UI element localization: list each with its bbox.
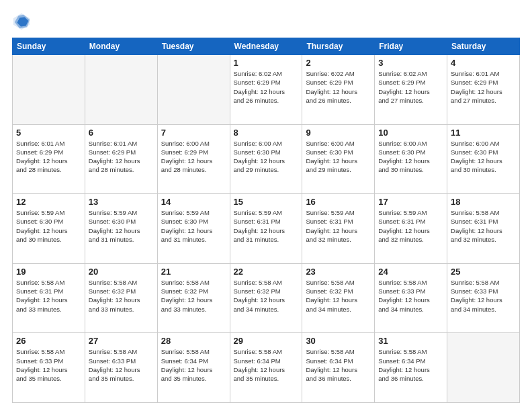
day-header-tuesday: Tuesday	[157, 38, 230, 55]
calendar-table: SundayMondayTuesdayWednesdayThursdayFrid…	[12, 38, 520, 403]
day-info: Sunrise: 6:00 AM Sunset: 6:30 PM Dayligh…	[306, 139, 371, 175]
day-info: Sunrise: 5:58 AM Sunset: 6:33 PM Dayligh…	[378, 278, 443, 314]
day-info: Sunrise: 5:58 AM Sunset: 6:33 PM Dayligh…	[89, 347, 154, 383]
day-cell	[157, 55, 230, 125]
day-header-friday: Friday	[375, 38, 447, 55]
day-cell	[85, 55, 157, 125]
day-number: 10	[378, 128, 443, 138]
logo-icon	[12, 12, 31, 31]
day-cell: 20Sunrise: 5:58 AM Sunset: 6:32 PM Dayli…	[85, 263, 157, 333]
day-cell	[447, 333, 520, 403]
day-cell: 24Sunrise: 5:58 AM Sunset: 6:33 PM Dayli…	[375, 263, 447, 333]
day-cell: 19Sunrise: 5:58 AM Sunset: 6:31 PM Dayli…	[13, 263, 85, 333]
day-cell: 2Sunrise: 6:02 AM Sunset: 6:29 PM Daylig…	[302, 55, 375, 125]
day-number: 21	[161, 267, 226, 277]
day-cell: 11Sunrise: 6:00 AM Sunset: 6:30 PM Dayli…	[447, 124, 520, 194]
day-number: 26	[16, 336, 81, 346]
day-info: Sunrise: 6:00 AM Sunset: 6:30 PM Dayligh…	[378, 139, 443, 175]
day-number: 2	[306, 58, 371, 68]
day-info: Sunrise: 6:02 AM Sunset: 6:29 PM Dayligh…	[378, 69, 443, 105]
day-number: 6	[89, 128, 154, 138]
day-cell: 15Sunrise: 5:59 AM Sunset: 6:31 PM Dayli…	[230, 194, 302, 264]
week-row-1: 1Sunrise: 6:02 AM Sunset: 6:29 PM Daylig…	[13, 55, 520, 125]
day-cell: 26Sunrise: 5:58 AM Sunset: 6:33 PM Dayli…	[13, 333, 85, 403]
day-cell: 16Sunrise: 5:59 AM Sunset: 6:31 PM Dayli…	[302, 194, 375, 264]
day-number: 25	[451, 267, 516, 277]
day-cell: 18Sunrise: 5:58 AM Sunset: 6:31 PM Dayli…	[447, 194, 520, 264]
day-cell: 12Sunrise: 5:59 AM Sunset: 6:30 PM Dayli…	[13, 194, 85, 264]
day-number: 28	[161, 336, 226, 346]
day-info: Sunrise: 6:01 AM Sunset: 6:29 PM Dayligh…	[16, 139, 81, 175]
day-info: Sunrise: 5:59 AM Sunset: 6:31 PM Dayligh…	[234, 208, 299, 244]
day-number: 30	[306, 336, 371, 346]
calendar-body: 1Sunrise: 6:02 AM Sunset: 6:29 PM Daylig…	[13, 55, 520, 403]
day-cell: 10Sunrise: 6:00 AM Sunset: 6:30 PM Dayli…	[375, 124, 447, 194]
day-info: Sunrise: 6:02 AM Sunset: 6:29 PM Dayligh…	[306, 69, 371, 105]
day-info: Sunrise: 6:02 AM Sunset: 6:29 PM Dayligh…	[234, 69, 299, 105]
day-number: 20	[89, 267, 154, 277]
day-info: Sunrise: 5:58 AM Sunset: 6:32 PM Dayligh…	[234, 278, 299, 314]
day-cell: 14Sunrise: 5:59 AM Sunset: 6:30 PM Dayli…	[157, 194, 230, 264]
day-info: Sunrise: 5:58 AM Sunset: 6:31 PM Dayligh…	[16, 278, 81, 314]
day-cell: 9Sunrise: 6:00 AM Sunset: 6:30 PM Daylig…	[302, 124, 375, 194]
day-info: Sunrise: 6:00 AM Sunset: 6:30 PM Dayligh…	[451, 139, 516, 175]
day-number: 11	[451, 128, 516, 138]
day-number: 9	[306, 128, 371, 138]
day-info: Sunrise: 5:58 AM Sunset: 6:33 PM Dayligh…	[451, 278, 516, 314]
day-header-saturday: Saturday	[447, 38, 520, 55]
day-number: 22	[234, 267, 299, 277]
day-cell: 27Sunrise: 5:58 AM Sunset: 6:33 PM Dayli…	[85, 333, 157, 403]
day-number: 1	[234, 58, 299, 68]
day-info: Sunrise: 5:58 AM Sunset: 6:31 PM Dayligh…	[451, 208, 516, 244]
day-cell: 28Sunrise: 5:58 AM Sunset: 6:34 PM Dayli…	[157, 333, 230, 403]
day-cell: 22Sunrise: 5:58 AM Sunset: 6:32 PM Dayli…	[230, 263, 302, 333]
day-info: Sunrise: 6:01 AM Sunset: 6:29 PM Dayligh…	[451, 69, 516, 105]
day-cell: 3Sunrise: 6:02 AM Sunset: 6:29 PM Daylig…	[375, 55, 447, 125]
day-cell: 23Sunrise: 5:58 AM Sunset: 6:32 PM Dayli…	[302, 263, 375, 333]
day-number: 24	[378, 267, 443, 277]
day-cell	[13, 55, 85, 125]
day-info: Sunrise: 5:58 AM Sunset: 6:34 PM Dayligh…	[306, 347, 371, 383]
day-cell: 21Sunrise: 5:58 AM Sunset: 6:32 PM Dayli…	[157, 263, 230, 333]
day-header-row: SundayMondayTuesdayWednesdayThursdayFrid…	[13, 38, 520, 55]
day-number: 16	[306, 197, 371, 207]
day-info: Sunrise: 5:59 AM Sunset: 6:31 PM Dayligh…	[378, 208, 443, 244]
day-number: 19	[16, 267, 81, 277]
day-number: 7	[161, 128, 226, 138]
logo	[12, 12, 34, 31]
day-cell: 4Sunrise: 6:01 AM Sunset: 6:29 PM Daylig…	[447, 55, 520, 125]
day-number: 3	[378, 58, 443, 68]
day-info: Sunrise: 6:01 AM Sunset: 6:29 PM Dayligh…	[89, 139, 154, 175]
day-number: 18	[451, 197, 516, 207]
day-cell: 8Sunrise: 6:00 AM Sunset: 6:30 PM Daylig…	[230, 124, 302, 194]
day-info: Sunrise: 5:59 AM Sunset: 6:30 PM Dayligh…	[89, 208, 154, 244]
day-cell: 13Sunrise: 5:59 AM Sunset: 6:30 PM Dayli…	[85, 194, 157, 264]
header	[12, 12, 520, 31]
day-info: Sunrise: 6:00 AM Sunset: 6:30 PM Dayligh…	[234, 139, 299, 175]
week-row-3: 12Sunrise: 5:59 AM Sunset: 6:30 PM Dayli…	[13, 194, 520, 264]
day-header-wednesday: Wednesday	[230, 38, 302, 55]
day-number: 17	[378, 197, 443, 207]
day-info: Sunrise: 6:00 AM Sunset: 6:29 PM Dayligh…	[161, 139, 226, 175]
day-info: Sunrise: 5:58 AM Sunset: 6:32 PM Dayligh…	[161, 278, 226, 314]
day-info: Sunrise: 5:58 AM Sunset: 6:32 PM Dayligh…	[89, 278, 154, 314]
day-number: 27	[89, 336, 154, 346]
day-number: 29	[234, 336, 299, 346]
day-number: 14	[161, 197, 226, 207]
day-cell: 29Sunrise: 5:58 AM Sunset: 6:34 PM Dayli…	[230, 333, 302, 403]
day-header-monday: Monday	[85, 38, 157, 55]
day-cell: 25Sunrise: 5:58 AM Sunset: 6:33 PM Dayli…	[447, 263, 520, 333]
day-info: Sunrise: 5:58 AM Sunset: 6:34 PM Dayligh…	[161, 347, 226, 383]
week-row-4: 19Sunrise: 5:58 AM Sunset: 6:31 PM Dayli…	[13, 263, 520, 333]
day-number: 12	[16, 197, 81, 207]
day-cell: 30Sunrise: 5:58 AM Sunset: 6:34 PM Dayli…	[302, 333, 375, 403]
day-info: Sunrise: 5:58 AM Sunset: 6:32 PM Dayligh…	[306, 278, 371, 314]
day-number: 4	[451, 58, 516, 68]
day-number: 13	[89, 197, 154, 207]
week-row-5: 26Sunrise: 5:58 AM Sunset: 6:33 PM Dayli…	[13, 333, 520, 403]
day-cell: 31Sunrise: 5:58 AM Sunset: 6:34 PM Dayli…	[375, 333, 447, 403]
day-cell: 5Sunrise: 6:01 AM Sunset: 6:29 PM Daylig…	[13, 124, 85, 194]
day-number: 23	[306, 267, 371, 277]
day-cell: 7Sunrise: 6:00 AM Sunset: 6:29 PM Daylig…	[157, 124, 230, 194]
day-info: Sunrise: 5:59 AM Sunset: 6:30 PM Dayligh…	[16, 208, 81, 244]
